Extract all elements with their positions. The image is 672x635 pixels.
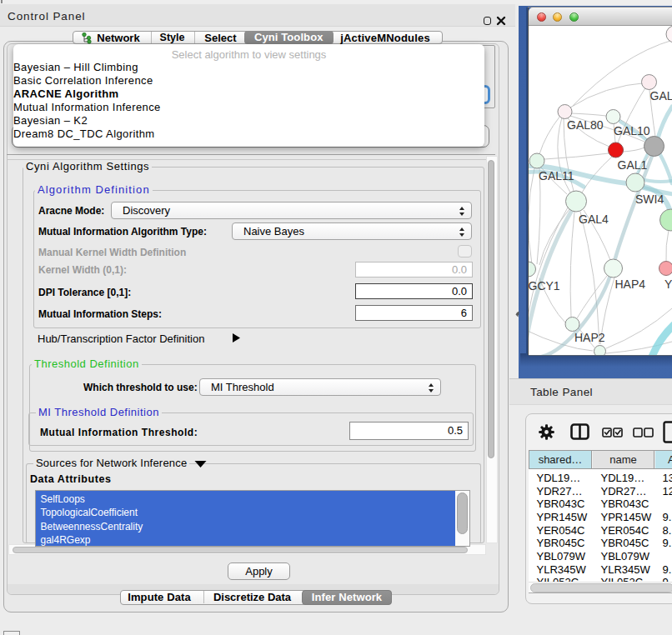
svg-text:YD: YD — [664, 278, 672, 291]
svg-text:HAP2: HAP2 — [574, 331, 605, 344]
svg-text:GAL80: GAL80 — [567, 118, 604, 132]
svg-text:SWI4: SWI4 — [635, 192, 664, 206]
svg-text:GAL7: GAL7 — [650, 89, 672, 102]
svg-text:GAL1: GAL1 — [618, 158, 648, 172]
svg-text:GCY1: GCY1 — [529, 279, 560, 292]
svg-text:GAL11: GAL11 — [539, 169, 574, 182]
svg-text:GAL10: GAL10 — [614, 124, 650, 138]
svg-text:HAP4: HAP4 — [615, 278, 646, 291]
svg-text:GAL4: GAL4 — [579, 212, 609, 226]
